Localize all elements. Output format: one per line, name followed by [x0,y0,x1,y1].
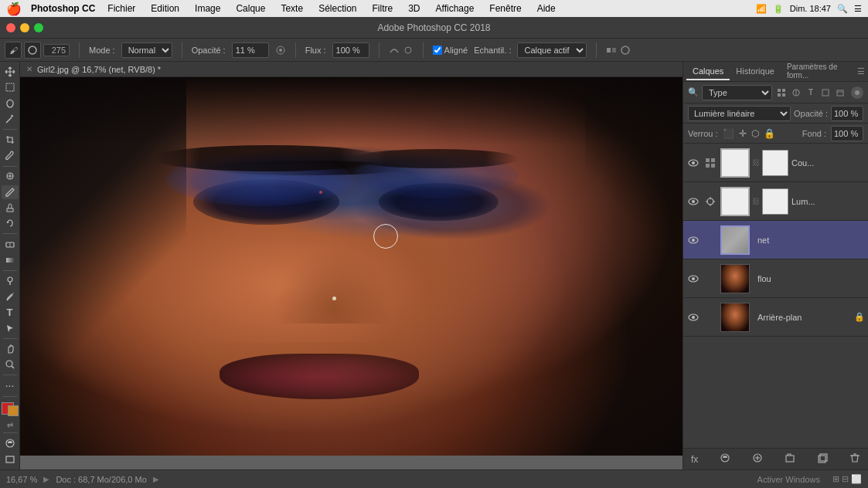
add-fx-button[interactable]: fx [688,452,701,466]
svg-rect-21 [6,456,14,463]
menu-filtre[interactable]: Filtre [369,3,397,14]
pixel-filter-icon[interactable] [775,86,788,99]
delete-layer-button[interactable] [846,451,863,467]
text-tool[interactable]: T [2,305,19,319]
screen-mode-button[interactable] [2,452,19,466]
blend-mode-select[interactable]: Lumière linéaire [688,106,791,121]
menu-aide[interactable]: Aide [534,3,559,14]
layer-arriere-plan[interactable]: Arrière-plan 🔒 [683,298,868,337]
aligned-check[interactable] [433,46,442,55]
text-filter-icon[interactable]: T [805,86,817,99]
new-layer-button[interactable] [814,451,831,467]
lock-all-icon[interactable]: 🔒 [764,128,775,139]
crop-tool[interactable] [2,133,19,147]
opacity-input[interactable] [232,42,269,58]
layer-net[interactable]: net [683,221,868,259]
rotate-icon[interactable] [620,45,631,56]
minimize-button[interactable] [20,23,29,32]
brush-preset-button[interactable]: 🖌 [5,42,22,59]
background-color[interactable] [8,405,19,416]
menu-texte[interactable]: Texte [277,3,306,14]
stamp-tool[interactable] [2,201,19,215]
dodge-tool[interactable] [2,274,19,288]
lasso-tool[interactable] [2,97,19,110]
lock-pixels-icon[interactable]: ⬛ [723,128,734,139]
tab-historique[interactable]: Historique [730,63,781,80]
lock-position-icon[interactable]: ✛ [739,128,747,139]
search-icon[interactable]: 🔍 [837,4,848,14]
mode-select[interactable]: Normal [121,42,172,58]
maximize-button[interactable] [34,23,43,32]
lock-artboard-icon[interactable]: ⬡ [751,128,759,139]
menu-image[interactable]: Image [192,3,223,14]
more-tools-button[interactable]: ··· [2,378,19,392]
doc-info-arrow[interactable]: ▶ [153,475,159,483]
panel-menu-icon[interactable]: ☰ [857,66,865,76]
flip-icon[interactable] [606,45,617,56]
settings-icon[interactable] [403,45,414,56]
add-adjustment-button[interactable] [749,451,766,467]
layer-net-visibility[interactable] [686,236,700,244]
marquee-tool[interactable] [2,80,19,94]
status-arrow[interactable]: ▶ [43,475,49,483]
lock-row: Verrou : ⬛ ✛ ⬡ 🔒 Fond : [683,124,868,144]
sample-select[interactable]: Calque actif [517,42,587,58]
eyedropper-tool[interactable] [2,148,19,162]
canvas-area[interactable]: ✕ Girl2.jpg @ 16,7% (net, RVB/8) * [20,62,682,469]
layer-cou[interactable]: ⛓ Cou... [683,144,868,182]
brush-type-button[interactable] [24,42,41,59]
layer-flou[interactable]: flou [683,259,868,298]
layer-cou-mask [762,150,788,176]
tab-parametres[interactable]: Paramètres de form... [781,59,857,84]
menu-fichier[interactable]: Fichier [104,3,138,14]
menu-3d[interactable]: 3D [405,3,423,14]
menu-calque[interactable]: Calque [233,3,268,14]
gradient-tool[interactable] [2,253,19,267]
fill-field[interactable] [831,126,863,141]
zoom-tool[interactable] [2,358,19,371]
menu-fenetre[interactable]: Fenêtre [486,3,524,14]
add-mask-button[interactable] [717,451,734,467]
menu-selection[interactable]: Sélection [315,3,359,14]
layer-flou-visibility[interactable] [686,275,700,283]
pen-tool[interactable] [2,290,19,303]
layer-arriere-visibility[interactable] [686,313,700,321]
quick-mask-tool[interactable] [2,436,19,450]
filter-toggle[interactable] [851,86,863,99]
smartobj-filter-icon[interactable] [834,86,846,99]
layer-cou-visibility[interactable] [686,159,700,167]
shape-filter-icon[interactable] [819,86,832,99]
document-tab[interactable]: ✕ Girl2.jpg @ 16,7% (net, RVB/8) * [20,62,682,77]
brush-tool[interactable] [2,185,19,199]
filter-select[interactable]: Type [702,85,772,100]
window-controls[interactable] [6,23,43,32]
move-tool[interactable] [2,65,19,79]
menu-affichage[interactable]: Affichage [433,3,478,14]
path-select-tool[interactable] [2,321,19,335]
opacity-field[interactable] [831,106,863,121]
new-group-button[interactable] [781,451,798,467]
color-swatches[interactable] [2,402,19,416]
layer-lum-type-icon [703,196,717,207]
apple-logo[interactable]: 🍎 [6,2,22,16]
history-brush-tool[interactable] [2,216,19,230]
control-center-icon[interactable]: ☰ [854,4,862,14]
magic-wand-tool[interactable] [2,112,19,126]
tab-calques[interactable]: Calques [686,63,730,80]
menu-edition[interactable]: Edition [148,3,182,14]
canvas-container[interactable] [20,77,682,469]
right-panel: Calques Historique Paramètres de form...… [682,62,868,469]
hand-tool[interactable] [2,342,19,356]
aligned-checkbox[interactable]: Aligné [433,46,468,55]
flux-input[interactable] [332,42,369,58]
healing-tool[interactable] [2,169,19,183]
close-tab-icon[interactable]: ✕ [26,65,32,73]
eraser-tool[interactable] [2,237,19,251]
layer-lum-visibility[interactable] [686,198,700,205]
layer-lum[interactable]: ⛓ Lum... [683,182,868,221]
opacity-controls[interactable] [275,45,286,56]
adjustment-filter-icon[interactable] [790,86,802,99]
brush-preset-area[interactable]: 🖌 275 [5,42,70,59]
swap-colors-icon[interactable]: ⇄ [7,421,13,429]
close-button[interactable] [6,23,15,32]
